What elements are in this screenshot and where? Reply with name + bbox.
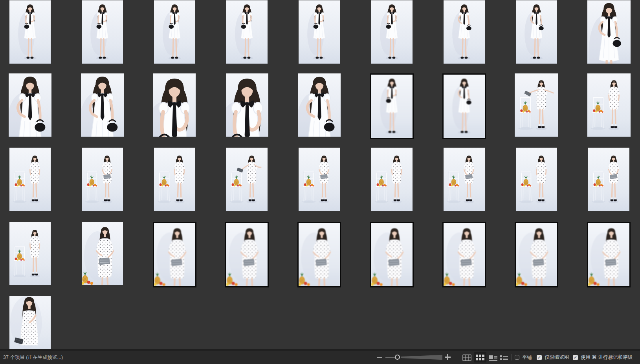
- photo-thumbnail[interactable]: [587, 73, 631, 137]
- table-view-button[interactable]: [462, 354, 472, 362]
- photo-image: [588, 223, 629, 286]
- toolbar-separator: [459, 354, 459, 360]
- tile-checkbox-label: 平铺: [522, 354, 532, 361]
- photo-image: [371, 223, 413, 286]
- photo-thumbnail[interactable]: [299, 0, 340, 64]
- photo-thumbnail-selected[interactable]: [370, 73, 414, 139]
- photo-thumbnail[interactable]: [9, 296, 51, 349]
- photo-thumbnail[interactable]: [516, 0, 557, 64]
- photo-image: [82, 148, 123, 211]
- photo-thumbnail[interactable]: [226, 0, 268, 64]
- photo-image: [444, 0, 485, 64]
- photo-thumbnail[interactable]: [516, 148, 557, 211]
- photo-thumbnail[interactable]: [9, 0, 51, 64]
- thumbnail-size-slider-wedge[interactable]: [401, 355, 442, 360]
- photo-thumbnail[interactable]: [154, 0, 195, 64]
- photo-thumbnail[interactable]: [81, 73, 124, 137]
- photo-image: [371, 75, 413, 138]
- photo-image: [299, 148, 340, 211]
- photo-image: [9, 0, 51, 64]
- photo-thumbnail-selected[interactable]: [515, 222, 558, 287]
- photo-image: [515, 73, 558, 137]
- photo-image: [9, 148, 51, 211]
- cmd-tag-rating-checkbox-label: 使用 ⌘ 进行标记和评级: [581, 354, 633, 361]
- photo-image: [371, 0, 413, 64]
- photo-thumbnail-selected[interactable]: [153, 222, 196, 287]
- photo-thumbnail[interactable]: [444, 0, 485, 64]
- photo-image: [444, 148, 485, 211]
- cmd-tag-rating-checkbox[interactable]: ✓: [573, 355, 578, 360]
- photo-thumbnail[interactable]: [82, 0, 123, 64]
- photo-image: [226, 0, 268, 64]
- photo-image: [516, 148, 557, 211]
- photo-image: [81, 73, 124, 137]
- photo-image: [587, 73, 631, 137]
- photo-thumbnail[interactable]: [153, 73, 196, 137]
- photo-thumbnail[interactable]: [82, 148, 123, 211]
- photo-thumbnail-selected[interactable]: [587, 222, 631, 287]
- photo-image: [588, 148, 629, 211]
- photo-thumbnail[interactable]: [9, 73, 51, 137]
- thumbnail-detail-icon: [489, 355, 498, 361]
- thumbnail-detail-view-button[interactable]: [488, 354, 498, 362]
- photo-image: [299, 223, 340, 286]
- photo-image: [444, 223, 485, 286]
- photo-thumbnail[interactable]: [444, 148, 485, 211]
- photo-thumbnail[interactable]: [9, 148, 51, 211]
- photo-thumbnail[interactable]: [9, 222, 51, 285]
- photo-image: [371, 148, 413, 211]
- toolbar-separator: [511, 354, 512, 360]
- photo-image: [9, 73, 51, 137]
- photo-image: [153, 73, 196, 137]
- photo-image: [226, 223, 268, 286]
- photo-image: [516, 0, 557, 64]
- photo-thumbnail[interactable]: [298, 73, 341, 137]
- photo-thumbnail[interactable]: [588, 148, 629, 211]
- photo-browser-window: 37 个项目 (正在生成预览...): [0, 0, 640, 364]
- cmd-tag-rating-checkbox-group: ✓ 使用 ⌘ 进行标记和评级: [573, 351, 633, 364]
- photo-thumbnail-selected[interactable]: [442, 73, 486, 139]
- photo-image: [154, 223, 195, 286]
- photo-image: [444, 75, 485, 138]
- photo-image: [9, 222, 51, 285]
- photo-thumbnail[interactable]: [371, 148, 413, 211]
- thumbnail-size-slider-track[interactable]: [385, 357, 396, 358]
- grid-view-button[interactable]: [474, 352, 486, 362]
- photo-image: [587, 0, 631, 64]
- zoom-in-icon[interactable]: [445, 354, 451, 360]
- thumbnails-only-checkbox-label: 仅限缩览图: [545, 354, 569, 361]
- thumbnail-grid: [0, 0, 640, 349]
- status-bar: 37 个项目 (正在生成预览...): [0, 349, 640, 364]
- photo-thumbnail[interactable]: [371, 0, 413, 64]
- photo-image: [299, 0, 340, 64]
- photo-thumbnail[interactable]: [299, 148, 340, 211]
- photo-thumbnail-selected[interactable]: [297, 222, 341, 287]
- tile-checkbox-group: 平铺: [515, 351, 532, 364]
- thumbnail-grid-icon: [476, 355, 484, 360]
- photo-thumbnail[interactable]: [226, 73, 268, 137]
- photo-image: [226, 148, 268, 211]
- photo-image: [298, 73, 341, 137]
- status-bar-inner: 37 个项目 (正在生成预览...): [0, 351, 640, 364]
- photo-thumbnail[interactable]: [82, 222, 123, 285]
- photo-image: [154, 148, 195, 211]
- thumbnails-only-checkbox[interactable]: ✓: [537, 355, 542, 360]
- photo-thumbnail-selected[interactable]: [370, 222, 414, 287]
- zoom-out-icon[interactable]: [377, 357, 382, 358]
- item-count-status: 37 个项目 (正在生成预览...): [3, 351, 63, 364]
- photo-thumbnail[interactable]: [515, 73, 558, 137]
- photo-thumbnail[interactable]: [154, 148, 195, 211]
- thumbnail-size-slider-handle[interactable]: [395, 355, 400, 360]
- photo-image: [82, 0, 123, 64]
- photo-thumbnail[interactable]: [226, 148, 268, 211]
- photo-thumbnail-selected[interactable]: [225, 222, 269, 287]
- photo-image: [82, 222, 123, 285]
- list-view-button[interactable]: [499, 354, 509, 362]
- photo-thumbnail-selected[interactable]: [442, 222, 486, 287]
- thumbnails-only-checkbox-group: ✓ 仅限缩览图: [537, 351, 569, 364]
- tile-checkbox[interactable]: [515, 355, 519, 360]
- photo-image: [226, 73, 268, 137]
- table-grid-icon: [462, 354, 472, 362]
- photo-image: [516, 223, 557, 286]
- photo-thumbnail[interactable]: [587, 0, 631, 64]
